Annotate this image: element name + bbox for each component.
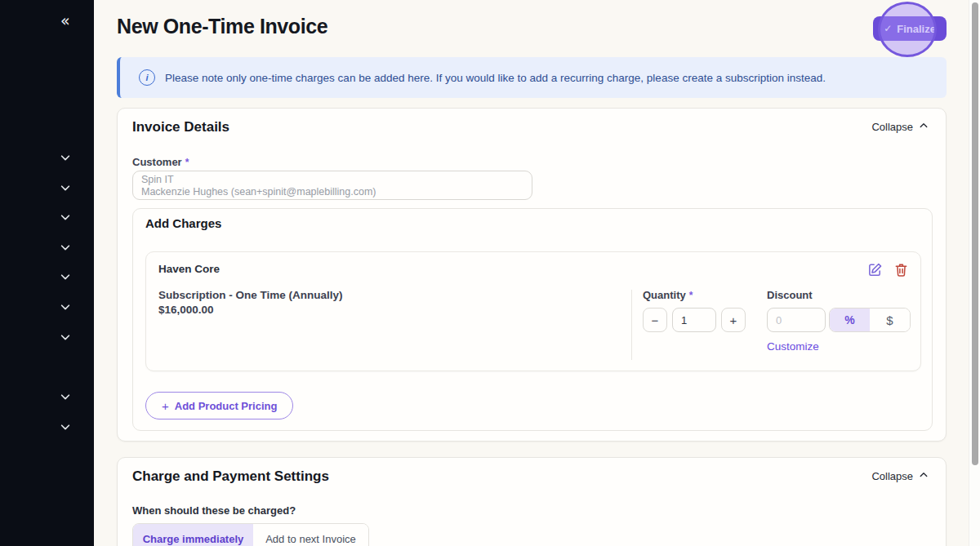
customer-contact: Mackenzie Hughes (sean+spinit@maplebilli… (141, 186, 523, 198)
chevron-down-icon[interactable] (60, 271, 71, 282)
pricing-name: Subscription - One Time (Annually) (158, 288, 343, 303)
chevron-down-icon[interactable] (60, 211, 71, 223)
discount-percent-button[interactable]: % (830, 309, 870, 331)
discount-group: Discount % $ (767, 289, 911, 332)
add-product-pricing-button[interactable]: + Add Product Pricing (145, 392, 293, 419)
discount-input[interactable] (767, 308, 826, 332)
payment-settings-card: Charge and Payment Settings Collapse Whe… (117, 457, 947, 546)
finalize-label: Finalize (897, 23, 936, 35)
add-product-label: Add Product Pricing (175, 400, 278, 412)
chevron-up-icon (919, 470, 929, 482)
scrollbar-thumb[interactable] (972, 2, 978, 465)
quantity-decrement-button[interactable]: − (643, 308, 667, 332)
customer-label: Customer* (132, 156, 189, 168)
edit-pencil-icon (867, 268, 883, 280)
chevron-down-icon[interactable] (60, 421, 71, 433)
charge-immediately-option[interactable]: Charge immediately (133, 524, 253, 546)
info-banner-text: Please note only one-time charges can be… (165, 72, 826, 84)
charge-pricing-block: Subscription - One Time (Annually) $16,0… (158, 288, 343, 317)
trash-icon (893, 268, 909, 280)
payment-settings-collapse-button[interactable]: Collapse (871, 470, 929, 482)
discount-type-toggle: % $ (829, 308, 911, 332)
customize-link[interactable]: Customize (767, 340, 819, 353)
chevron-down-icon[interactable] (60, 152, 71, 163)
charge-timing-toggle: Charge immediately Add to next Invoice (132, 523, 369, 546)
chevron-up-icon (919, 121, 929, 133)
discount-dollar-button[interactable]: $ (870, 309, 910, 331)
finalize-button[interactable]: ✓ Finalize (873, 16, 947, 41)
quantity-input[interactable] (672, 308, 716, 332)
plus-icon: + (162, 399, 169, 413)
collapse-label: Collapse (871, 470, 913, 482)
payment-settings-title: Charge and Payment Settings (132, 468, 329, 485)
quantity-group: Quantity* − + (643, 289, 746, 332)
add-to-next-invoice-option[interactable]: Add to next Invoice (253, 524, 368, 546)
delete-charge-button[interactable] (893, 262, 909, 277)
discount-label: Discount (767, 289, 911, 301)
chevron-down-icon[interactable] (60, 301, 71, 313)
page-title: New One-Time Invoice (117, 15, 327, 38)
charge-item-card: Haven Core Subscription - One Time (Annu… (145, 251, 921, 371)
main-content: New One-Time Invoice ✓ Finalize i Please… (94, 0, 980, 546)
chevron-down-icon[interactable] (60, 182, 71, 193)
info-icon: i (139, 69, 155, 86)
customer-select[interactable]: Spin IT Mackenzie Hughes (sean+spinit@ma… (132, 171, 532, 200)
add-charges-section: Add Charges Haven Core Subscription - On… (132, 208, 933, 431)
required-asterisk: * (689, 290, 693, 301)
add-charges-title: Add Charges (145, 216, 221, 230)
customer-company: Spin IT (141, 174, 523, 186)
charge-timing-question: When should these be charged? (132, 504, 296, 517)
quantity-increment-button[interactable]: + (721, 308, 746, 332)
divider (631, 290, 632, 360)
chevron-down-icon[interactable] (60, 242, 71, 253)
charge-product-name: Haven Core (158, 263, 220, 275)
check-icon: ✓ (884, 23, 892, 34)
scrollbar-track[interactable] (969, 0, 980, 546)
info-banner: i Please note only one-time charges can … (117, 57, 947, 98)
chevron-down-icon[interactable] (60, 331, 71, 343)
required-asterisk: * (185, 157, 189, 168)
pricing-amount: $16,000.00 (158, 303, 343, 317)
chevron-down-icon[interactable] (60, 391, 71, 402)
invoice-details-collapse-button[interactable]: Collapse (871, 121, 929, 133)
edit-charge-button[interactable] (867, 262, 883, 277)
sidebar: « (0, 0, 94, 546)
invoice-details-card: Invoice Details Collapse Customer* Spin … (117, 108, 947, 442)
quantity-label: Quantity* (643, 289, 746, 301)
collapse-label: Collapse (871, 121, 913, 133)
sidebar-collapse-icon[interactable]: « (60, 13, 70, 29)
invoice-details-title: Invoice Details (132, 119, 229, 135)
